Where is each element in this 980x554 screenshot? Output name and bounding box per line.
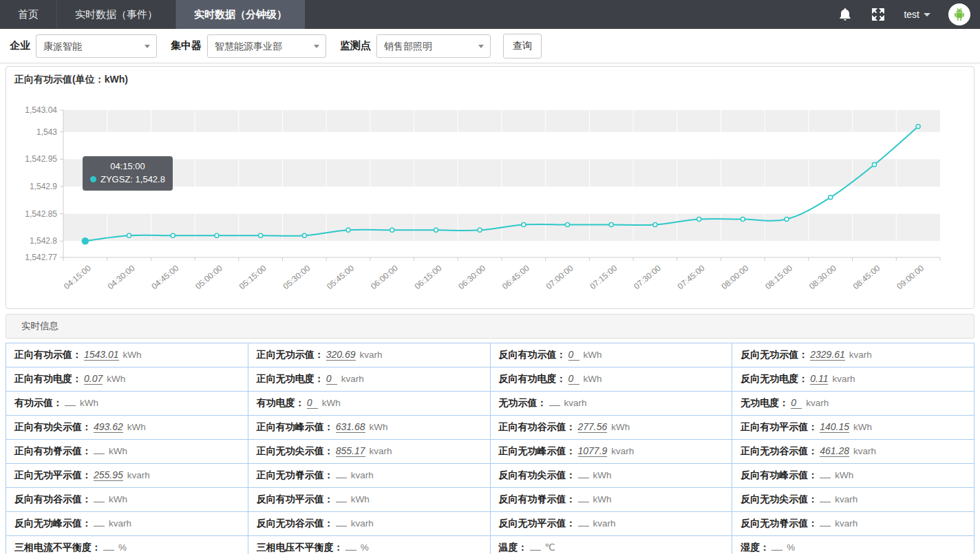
- svg-text:05:30:00: 05:30:00: [281, 263, 312, 291]
- metric-unit: kWh: [370, 422, 388, 432]
- metric-cell: 正向有功谷示值：277.56kWh: [490, 416, 732, 440]
- metric-unit: kvarh: [611, 446, 634, 456]
- filter-bar: 企业 康派智能 集中器 智慧能源事业部 监测点 销售部照明 查询: [0, 29, 980, 63]
- metric-value-link[interactable]: [336, 502, 347, 502]
- bell-icon[interactable]: [838, 7, 853, 22]
- metric-cell: 正向无功脊示值：kvarh: [248, 464, 490, 488]
- metric-value-link[interactable]: 255.95: [94, 470, 123, 481]
- metric-unit: %: [787, 542, 795, 553]
- metric-value-link[interactable]: [578, 502, 589, 502]
- svg-text:06:30:00: 06:30:00: [456, 263, 487, 291]
- svg-text:1,542.9: 1,542.9: [30, 182, 57, 191]
- metric-cell: 反向有功脊示值：kWh: [490, 488, 732, 512]
- metric-label: 反向无功尖示值：: [741, 493, 818, 504]
- metric-value-link[interactable]: 0: [568, 374, 579, 385]
- metric-value-link[interactable]: [820, 502, 831, 502]
- metric-value-link[interactable]: [549, 405, 560, 406]
- metric-label: 正向无功脊示值：: [257, 469, 334, 480]
- realtime-header: 实时信息: [6, 314, 974, 339]
- chevron-down-icon: [478, 45, 484, 48]
- metric-cell: 有功示值：kWh: [6, 392, 248, 416]
- top-navbar: 首页 实时数据（事件） 实时数据（分钟级） test: [0, 0, 980, 29]
- metric-value-link[interactable]: [530, 550, 541, 551]
- tab-home-label: 首页: [18, 8, 39, 20]
- user-menu[interactable]: test: [904, 9, 930, 20]
- metric-cell: 正向有功脊示值：kWh: [6, 440, 248, 464]
- svg-text:05:15:00: 05:15:00: [237, 263, 268, 291]
- tab-realtime-event[interactable]: 实时数据（事件）: [57, 0, 176, 29]
- metric-unit: kvarh: [351, 470, 374, 480]
- metric-unit: kWh: [80, 398, 98, 408]
- metric-value-link[interactable]: [820, 478, 831, 478]
- metric-value-link[interactable]: 320.69: [326, 350, 356, 361]
- metric-value-link[interactable]: [578, 478, 589, 478]
- table-row: 反向无功峰示值：kvarh反向无功谷示值：kvarh反向无功平示值：kvarh反…: [6, 512, 974, 536]
- metric-value-link[interactable]: 2329.61: [810, 350, 845, 361]
- monitor-point-select[interactable]: 销售部照明: [376, 34, 491, 58]
- metric-value-link[interactable]: 461.28: [820, 446, 849, 457]
- svg-text:08:45:00: 08:45:00: [851, 263, 882, 291]
- metric-unit: kvarh: [849, 350, 872, 360]
- metric-cell: 反向无功示值：2329.61kvarh: [732, 343, 974, 367]
- metric-cell: 正向有功平示值：140.15kWh: [732, 416, 974, 440]
- metric-label: 正向无功峰示值：: [499, 445, 576, 456]
- metric-value-link[interactable]: 1077.9: [578, 446, 608, 457]
- query-button[interactable]: 查询: [503, 34, 542, 58]
- metric-cell: 反向无功电度：0.11kvarh: [732, 367, 974, 392]
- metric-cell: 反向无功尖示值：kvarh: [732, 488, 974, 512]
- metric-value-link[interactable]: 0: [791, 398, 802, 409]
- fullscreen-icon[interactable]: [871, 7, 886, 22]
- monitor-point-select-value: 销售部照明: [384, 41, 432, 52]
- tab-realtime-minute[interactable]: 实时数据（分钟级）: [176, 0, 305, 29]
- metric-label: 正向无功尖示值：: [257, 445, 334, 456]
- concentrator-select[interactable]: 智慧能源事业部: [207, 34, 326, 58]
- metric-unit: kvarh: [341, 374, 364, 384]
- metric-cell: 正向有功示值：1543.01kWh: [6, 343, 248, 367]
- metric-unit: kWh: [584, 350, 602, 360]
- navbar-right: test: [838, 0, 980, 29]
- metric-unit: kWh: [351, 494, 370, 504]
- svg-text:1,542.85: 1,542.85: [25, 209, 57, 219]
- metric-value-link[interactable]: 855.17: [336, 446, 365, 457]
- metric-cell: 正向有功电度：0.07kWh: [6, 367, 248, 392]
- metric-value-link[interactable]: 140.15: [820, 422, 849, 433]
- metric-value-link[interactable]: [771, 550, 782, 551]
- metric-unit: kvarh: [853, 446, 876, 456]
- svg-text:09:00:00: 09:00:00: [895, 263, 926, 291]
- metric-unit: kvarh: [806, 398, 829, 408]
- metric-unit: kWh: [107, 374, 125, 384]
- metric-value-link[interactable]: [820, 526, 831, 526]
- line-chart[interactable]: 1,542.771,542.81,542.851,542.91,542.951,…: [6, 67, 974, 308]
- metric-value-link[interactable]: [336, 478, 347, 478]
- metric-value-link[interactable]: [94, 526, 105, 526]
- metric-value-link[interactable]: 1543.01: [84, 350, 119, 361]
- metric-unit: kWh: [127, 422, 146, 432]
- metric-value-link[interactable]: [103, 550, 114, 551]
- android-avatar[interactable]: [948, 3, 970, 25]
- metric-value-link[interactable]: [578, 526, 589, 526]
- metric-value-link[interactable]: [94, 454, 105, 454]
- metric-value-link[interactable]: [94, 502, 105, 502]
- metric-value-link[interactable]: [345, 550, 356, 551]
- metric-value-link[interactable]: 0: [307, 398, 318, 409]
- svg-text:08:00:00: 08:00:00: [719, 263, 750, 291]
- metric-value-link[interactable]: 0: [326, 374, 337, 385]
- metric-value-link[interactable]: 631.68: [336, 422, 365, 433]
- svg-text:06:45:00: 06:45:00: [500, 263, 531, 291]
- tab-home[interactable]: 首页: [0, 0, 57, 29]
- metric-value-link[interactable]: 493.62: [94, 422, 123, 433]
- metric-value-link[interactable]: 0.11: [810, 374, 828, 385]
- metric-value-link[interactable]: [65, 405, 76, 406]
- metric-cell: 反向有功峰示值：kWh: [732, 464, 974, 488]
- metric-unit: kWh: [853, 422, 872, 432]
- metric-unit: %: [361, 542, 369, 553]
- metric-value-link[interactable]: 0.07: [84, 374, 103, 385]
- metric-value-link[interactable]: 277.56: [578, 422, 608, 433]
- metric-cell: 反向有功电度：0kWh: [490, 367, 732, 392]
- metric-label: 正向无功示值：: [257, 349, 324, 360]
- metric-value-link[interactable]: [336, 526, 347, 526]
- username: test: [904, 9, 919, 20]
- metric-label: 反向无功谷示值：: [257, 518, 334, 529]
- metric-value-link[interactable]: 0: [568, 350, 579, 361]
- company-select[interactable]: 康派智能: [36, 34, 157, 58]
